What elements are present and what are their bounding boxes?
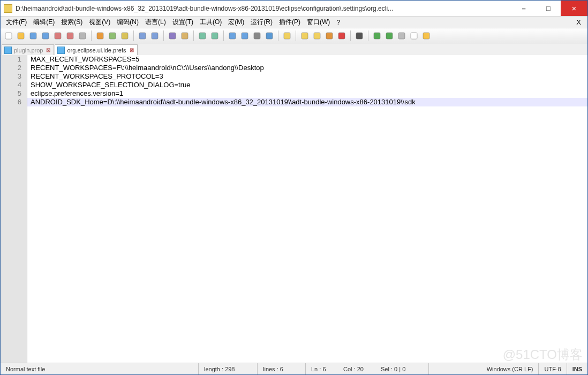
status-sel: Sel : 0 | 0 (375, 363, 429, 374)
menu-search[interactable]: 搜索(S) (58, 17, 86, 28)
menu-bar: 文件(F) 编辑(E) 搜索(S) 视图(V) 编码(N) 语言(L) 设置(T… (1, 17, 587, 28)
code-line[interactable]: MAX_RECENT_WORKSPACES=5 (27, 55, 587, 64)
svg-rect-15 (212, 33, 218, 39)
function-list-icon[interactable] (323, 30, 335, 42)
stop-icon[interactable] (383, 30, 395, 42)
zoom-in-icon[interactable] (197, 30, 208, 42)
toolbar-separator (133, 30, 134, 41)
svg-rect-18 (254, 33, 260, 39)
menu-close-doc[interactable]: X (572, 18, 585, 26)
window-title: D:\heimaandroid\adt-bundle-windows-x86_3… (16, 5, 511, 12)
status-ln: Ln : 6 (306, 363, 338, 374)
svg-rect-13 (182, 33, 188, 39)
svg-rect-29 (411, 33, 417, 39)
all-chars-icon[interactable] (263, 30, 275, 42)
toolbar-separator (163, 30, 164, 41)
sync-v-icon[interactable] (227, 30, 238, 42)
menu-help[interactable]: ? (333, 18, 343, 27)
cut-icon[interactable] (94, 30, 106, 42)
line-number: 4 (1, 81, 21, 89)
svg-rect-24 (338, 33, 345, 39)
menu-window[interactable]: 窗口(W) (304, 17, 333, 28)
status-eol: Windows (CR LF) (481, 363, 539, 374)
code-line[interactable]: RECENT_WORKSPACES_PROTOCOL=3 (27, 72, 587, 81)
menu-edit[interactable]: 编辑(E) (30, 17, 58, 28)
menu-plugins[interactable]: 插件(P) (276, 17, 304, 28)
code-line[interactable]: ANDROID_SDK_Home=D\:\\heimaandroid\\adt-… (27, 98, 587, 106)
code-line[interactable]: SHOW_WORKSPACE_SELECTION_DIALOG=true (27, 81, 587, 89)
svg-rect-10 (139, 33, 146, 39)
toolbar-separator (296, 30, 296, 41)
code-area[interactable]: MAX_RECENT_WORKSPACES=5RECENT_WORKSPACES… (27, 55, 587, 363)
code-line[interactable]: RECENT_WORKSPACES=F\:\\heimaandroid\nC\:… (27, 64, 587, 72)
svg-rect-11 (152, 33, 158, 39)
record-icon[interactable] (371, 30, 383, 42)
tab-org-eclipse-ui-ide-prefs[interactable]: org.eclipse.ui.ide.prefs ⊠ (55, 44, 137, 55)
status-insert-mode[interactable]: INS (567, 363, 587, 374)
menu-macro[interactable]: 宏(M) (225, 17, 247, 28)
svg-rect-2 (30, 33, 36, 39)
menu-tools[interactable]: 工具(O) (197, 17, 225, 28)
close-window-button[interactable]: × (561, 1, 587, 16)
svg-rect-12 (169, 33, 176, 39)
svg-rect-6 (79, 33, 86, 39)
line-number: 5 (1, 89, 21, 98)
maximize-button[interactable]: □ (536, 1, 561, 16)
copy-icon[interactable] (107, 30, 118, 42)
status-bar: Normal text file length : 298 lines : 6 … (1, 363, 587, 374)
menu-language[interactable]: 语言(L) (142, 17, 169, 28)
undo-icon[interactable] (137, 30, 148, 42)
zoom-out-icon[interactable] (209, 30, 221, 42)
tab-close-icon[interactable]: ⊠ (129, 47, 135, 53)
menu-file[interactable]: 文件(F) (3, 17, 30, 28)
toolbar-separator (193, 30, 194, 41)
svg-rect-5 (67, 33, 73, 39)
close-icon[interactable] (52, 30, 64, 42)
save-icon[interactable] (27, 30, 39, 42)
replace-icon[interactable] (179, 30, 191, 42)
wrap-icon[interactable] (251, 30, 263, 42)
open-file-icon[interactable] (15, 30, 27, 42)
svg-rect-19 (266, 33, 273, 39)
monitor-icon[interactable] (353, 30, 365, 42)
indent-guide-icon[interactable] (281, 30, 293, 42)
sync-h-icon[interactable] (239, 30, 251, 42)
play-multi-icon[interactable] (408, 30, 420, 42)
lang-icon[interactable] (299, 30, 311, 42)
print-icon[interactable] (77, 30, 88, 42)
doc-map-icon[interactable] (311, 30, 323, 42)
paste-icon[interactable] (119, 30, 131, 42)
play-icon[interactable] (396, 30, 408, 42)
menu-encoding[interactable]: 编码(N) (114, 17, 142, 28)
tab-plugin-prop[interactable]: plugin.prop ⊠ (2, 44, 54, 55)
tab-label: plugin.prop (14, 47, 43, 53)
save-macro-icon[interactable] (420, 30, 432, 42)
redo-icon[interactable] (149, 30, 161, 42)
find-icon[interactable] (167, 30, 178, 42)
title-bar: D:\heimaandroid\adt-bundle-windows-x86_3… (1, 1, 587, 17)
menu-settings[interactable]: 设置(T) (169, 17, 197, 28)
app-icon (4, 4, 12, 13)
toolbar (1, 28, 587, 43)
svg-rect-17 (242, 33, 248, 39)
save-all-icon[interactable] (40, 30, 51, 42)
svg-rect-22 (314, 33, 320, 39)
line-number-gutter: 123456 (1, 55, 27, 363)
editor-area: 123456 MAX_RECENT_WORKSPACES=5RECENT_WOR… (1, 55, 587, 363)
folder-icon[interactable] (336, 30, 348, 42)
line-number: 2 (1, 64, 21, 72)
new-file-icon[interactable] (3, 30, 14, 42)
tab-close-icon[interactable]: ⊠ (45, 47, 51, 53)
status-encoding: UTF-8 (539, 363, 567, 374)
menu-view[interactable]: 视图(V) (86, 17, 114, 28)
minimize-button[interactable]: – (511, 1, 536, 16)
line-number: 6 (1, 98, 21, 106)
svg-rect-4 (55, 33, 61, 39)
toolbar-separator (91, 30, 92, 41)
menu-run[interactable]: 运行(R) (247, 17, 276, 28)
code-line[interactable]: eclipse.preferences.version=1 (27, 89, 587, 98)
toolbar-separator (278, 30, 278, 41)
svg-rect-26 (374, 33, 380, 39)
svg-rect-20 (284, 33, 290, 39)
close-all-icon[interactable] (64, 30, 76, 42)
